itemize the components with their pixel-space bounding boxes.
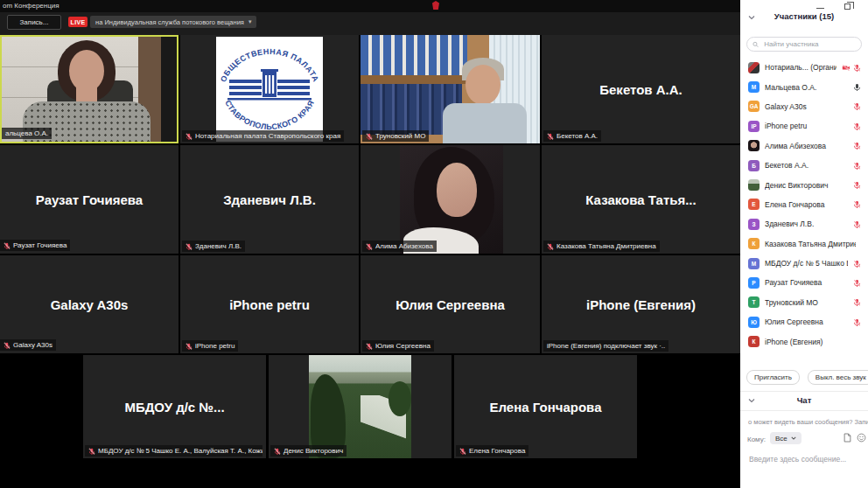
participant-name: iPhone petru [765, 122, 848, 130]
participant-row[interactable]: Е Елена Гончарова [740, 195, 868, 214]
participant-row[interactable]: Ю Юлия Сергеевна [740, 312, 868, 331]
mic-muted-icon [853, 181, 861, 189]
participant-row[interactable]: Р Раузат Гочияева [740, 273, 868, 292]
divider [740, 410, 868, 411]
participant-name: Казакова Татьяна Дмитриевна [765, 240, 856, 248]
mute-all-button[interactable]: Выкл. весь звук [808, 370, 868, 385]
mic-muted-icon [186, 243, 192, 250]
live-badge: LIVE [68, 17, 88, 27]
chevron-down-icon: ▾ [248, 18, 252, 25]
video-tile-mbdou[interactable]: МБДОУ д/с №... МБДОУ д/с № 5 Чашко Е. А.… [83, 355, 266, 458]
participant-row[interactable]: Т Труновский МО [740, 293, 868, 312]
mic-muted-icon [853, 200, 861, 208]
participant-name: Бекетов А.А. [765, 161, 848, 170]
mic-muted-icon [88, 448, 95, 455]
video-tile-rauzat[interactable]: Раузат Гочияева Раузат Гочияева [0, 145, 178, 254]
window-title: om Конференция [3, 2, 60, 10]
video-tile-zdanevich[interactable]: Зданевич Л.В. Зданевич Л.В. [180, 145, 359, 254]
invite-button[interactable]: Пригласить [746, 370, 800, 385]
tile-label: Казакова Татьяна Дмитриевна [543, 241, 660, 252]
participant-search[interactable] [746, 37, 862, 52]
tile-label: Нотариальная палата Ставропольского края [182, 130, 344, 142]
video-tile-yulia[interactable]: Юлия Сергеевна Юлия Сергеевна [360, 255, 540, 353]
participant-row[interactable]: К iPhone (Евгения) [740, 331, 868, 351]
video-tile-iphone-petru[interactable]: iPhone petru iPhone petru [180, 255, 359, 353]
avatar: IP [748, 121, 760, 132]
participant-row[interactable]: К Казакова Татьяна Дмитриевна [740, 234, 868, 254]
participant-row[interactable]: М МБДОУ д/с № 5 Чашко Е. А., Ва... [740, 254, 868, 273]
search-input[interactable] [762, 39, 856, 49]
video-tile-galaxy[interactable]: Galaxy A30s Galaxy A30s [0, 255, 178, 353]
mic-muted-icon [853, 64, 861, 72]
tile-display-name: Зданевич Л.В. [180, 192, 359, 207]
video-feed [360, 35, 540, 143]
mic-muted-icon [853, 142, 861, 150]
tile-display-name: Казакова Татья... [542, 192, 740, 207]
title-bar: om Конференция [0, 0, 740, 12]
mic-muted-icon [459, 448, 466, 455]
meeting-toolbar: Запись... LIVE на Индивидуальная служба … [0, 12, 740, 35]
chat-recipient-dropdown[interactable]: Все [770, 432, 802, 444]
emoji-icon[interactable] [857, 433, 866, 443]
participant-row[interactable]: Нотариаль... (Организатор, я) [740, 58, 868, 77]
participant-name: Алима Абизехова [765, 142, 848, 150]
video-feed [2, 37, 177, 142]
participant-name: Юлия Сергеевна [765, 317, 848, 326]
tile-label: МБДОУ д/с № 5 Чашко Е. А., Валуйская Т. … [85, 445, 262, 457]
chat-to-label: Кому: [747, 436, 766, 443]
participant-row[interactable]: М Мальцева О.А. [740, 77, 868, 96]
video-tile-trunovsky[interactable]: Труновский МО [360, 35, 540, 143]
mic-muted-icon [366, 133, 373, 140]
participant-row[interactable]: З Зданевич Л.В. [740, 214, 868, 234]
participant-name: Денис Викторович [765, 181, 848, 190]
video-grid: альцева О.А. ОБЩЕСТВЕННАЯ ПАЛАТА СТАВРОП… [0, 35, 740, 488]
participant-row[interactable]: Денис Викторович [740, 175, 868, 194]
participant-row[interactable]: Алима Абизехова [740, 136, 868, 156]
tile-display-name: Бекетов А.А. [542, 82, 740, 97]
tile-display-name: iPhone petru [180, 297, 359, 312]
video-tile-maltseva[interactable]: альцева О.А. [0, 35, 178, 143]
titlebar-emblem-icon [432, 1, 439, 10]
tile-display-name: Galaxy A30s [0, 297, 178, 312]
avatar: GA [748, 101, 760, 112]
mic-muted-icon [366, 343, 373, 350]
video-tile-kazakova[interactable]: Казакова Татья... Казакова Татьяна Дмитр… [542, 145, 740, 254]
mic-muted-icon [547, 133, 554, 140]
video-tile-iphone-evgenia[interactable]: iPhone (Евгения) iPhone (Евгения) подклю… [542, 255, 740, 353]
participant-name: Раузат Гочияева [765, 278, 848, 287]
participant-row[interactable]: IP iPhone petru [740, 116, 868, 136]
chamber-logo: ОБЩЕСТВЕННАЯ ПАЛАТА СТАВРОПОЛЬСКОГО КРАЯ [216, 37, 323, 142]
chat-message-input[interactable] [747, 454, 864, 464]
tile-display-name: Раузат Гочияева [0, 192, 178, 207]
minimize-button[interactable] [816, 3, 824, 9]
participant-row[interactable]: Б Бекетов А.А. [740, 156, 868, 175]
video-tile-elena[interactable]: Елена Гончарова Елена Гончарова [454, 355, 637, 458]
participant-name: Мальцева О.А. [765, 83, 848, 92]
participant-row[interactable]: GA Galaxy A30s [740, 97, 868, 116]
mic-muted-icon [186, 133, 192, 140]
mic-muted-icon [853, 102, 861, 110]
tile-label: Зданевич Л.В. [182, 241, 245, 252]
video-tile-denis[interactable]: Денис Викторович [269, 355, 452, 458]
participants-panel-title: Участники (15) [740, 11, 868, 21]
chat-panel-title: Чат [740, 395, 868, 405]
live-stream-dropdown[interactable]: на Индивидуальная служба потокового веща… [90, 16, 256, 28]
tile-display-name: Юлия Сергеевна [360, 297, 540, 312]
participant-name: Елена Гончарова [765, 200, 848, 209]
chat-recipient-value: Все [775, 435, 788, 443]
participant-name: Galaxy A30s [765, 102, 848, 111]
avatar: К [748, 336, 760, 347]
restore-window-button[interactable] [844, 3, 850, 10]
recording-button[interactable]: Запись... [7, 15, 61, 30]
chat-privacy-notice: о может видеть ваши сообщения? Запись вк [746, 417, 868, 426]
video-tile-alima[interactable]: Алима Абизехова [360, 145, 540, 254]
attach-file-icon[interactable] [844, 433, 851, 443]
mic-muted-icon [853, 220, 861, 228]
avatar: К [748, 238, 760, 249]
video-tile-notary-chamber[interactable]: ОБЩЕСТВЕННАЯ ПАЛАТА СТАВРОПОЛЬСКОГО КРАЯ [180, 35, 359, 143]
participant-list: Нотариаль... (Организатор, я) М Мальцева… [740, 58, 868, 352]
avatar: М [748, 81, 760, 93]
tile-label: iPhone (Евгения) подключает звук ·.. [543, 340, 668, 352]
video-tile-beketov[interactable]: Бекетов А.А. Бекетов А.А. [542, 35, 740, 143]
mic-muted-icon [853, 298, 861, 306]
